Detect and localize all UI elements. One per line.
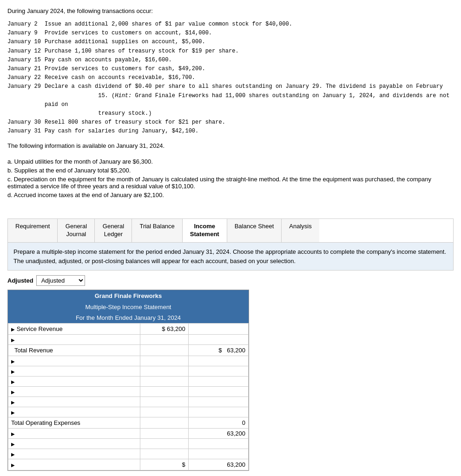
total-revenue-label: Total Revenue bbox=[8, 345, 140, 356]
empty-account-1[interactable]: ▶ bbox=[8, 335, 140, 345]
empty-amount2-1 bbox=[188, 335, 248, 345]
empty-account-10[interactable]: ▶ bbox=[8, 449, 140, 459]
arrow-icon: ▶ bbox=[11, 442, 15, 447]
total-operating-expenses-amount2: 0 bbox=[188, 417, 248, 429]
income-statement-table: ▶ Service Revenue $ 63,200 ▶ Total Reven… bbox=[8, 323, 249, 470]
total-operating-expenses-amount1 bbox=[140, 417, 188, 429]
service-revenue-label: Service Revenue bbox=[17, 325, 63, 332]
empty-account-8[interactable]: ▶ bbox=[8, 429, 140, 439]
table-row: ▶ bbox=[8, 449, 249, 459]
empty-account-5[interactable]: ▶ bbox=[8, 387, 140, 397]
arrow-icon: ▶ bbox=[11, 431, 15, 436]
arrow-icon: ▶ bbox=[11, 452, 15, 457]
total-revenue-amount2: $ 63,200 bbox=[188, 345, 248, 356]
financial-table-wrapper: Grand Finale Fireworks Multiple-Step Inc… bbox=[7, 290, 249, 471]
tab-analysis[interactable]: Analysis bbox=[282, 219, 319, 242]
additional-item-b: b. Supplies at the end of January total … bbox=[7, 167, 454, 174]
final-total-amount: 63,200 bbox=[188, 459, 248, 470]
tab-general-ledger[interactable]: General Ledger bbox=[95, 219, 132, 242]
dropdown-row: Adjusted Unadjusted Adjusted Post-closin… bbox=[7, 275, 454, 286]
empty-account-final[interactable]: ▶ bbox=[8, 459, 140, 470]
intro-title: During January 2024, the following trans… bbox=[7, 7, 454, 14]
table-row: ▶ bbox=[8, 366, 249, 377]
final-dollar-sign: $ bbox=[140, 459, 188, 470]
arrow-icon: ▶ bbox=[11, 369, 15, 374]
arrow-icon: ▶ bbox=[11, 390, 15, 395]
tab-balance-sheet[interactable]: Balance Sheet bbox=[227, 219, 282, 242]
arrow-icon: ▶ bbox=[11, 400, 15, 405]
balance-type-dropdown[interactable]: Unadjusted Adjusted Post-closing bbox=[36, 275, 85, 286]
instructions-text: Prepare a multiple-step income statement… bbox=[13, 248, 446, 264]
table-row: ▶ bbox=[8, 356, 249, 366]
dollar-sign: $ bbox=[162, 325, 165, 332]
dropdown-label: Adjusted bbox=[7, 277, 33, 284]
table-row: ▶ bbox=[8, 407, 249, 417]
additional-item-a: a. Unpaid utilities for the month of Jan… bbox=[7, 158, 454, 165]
table-row: Total Operating Expenses 0 bbox=[8, 417, 249, 429]
arrow-icon: ▶ bbox=[11, 337, 15, 343]
additional-item-d: d. Accrued income taxes at the end of Ja… bbox=[7, 192, 454, 198]
tab-general-journal[interactable]: General Journal bbox=[58, 219, 95, 242]
table-title: Multiple-Step Income Statement bbox=[8, 302, 249, 312]
empty-account-6[interactable]: ▶ bbox=[8, 397, 140, 407]
table-row: ▶ bbox=[8, 439, 249, 449]
additional-info-section: The following information is available o… bbox=[7, 142, 454, 198]
table-row: Total Revenue $ 63,200 bbox=[8, 345, 249, 356]
transactions-list: January 2Issue an additional 2,000 share… bbox=[7, 20, 454, 136]
empty-account-7[interactable]: ▶ bbox=[8, 407, 140, 417]
empty-account-2[interactable]: ▶ bbox=[8, 356, 140, 366]
empty-account-9[interactable]: ▶ bbox=[8, 439, 140, 449]
subtotal-amount: 63,200 bbox=[188, 429, 248, 439]
tabs-container: Requirement General Journal General Ledg… bbox=[7, 218, 454, 243]
arrow-icon: ▶ bbox=[11, 327, 15, 332]
arrow-icon: ▶ bbox=[11, 379, 15, 384]
empty-account-3[interactable]: ▶ bbox=[8, 366, 140, 377]
total-operating-expenses-label: Total Operating Expenses bbox=[8, 417, 140, 429]
tab-income-statement[interactable]: Income Statement bbox=[183, 219, 227, 242]
total-revenue-amount1 bbox=[140, 345, 188, 356]
account-service-revenue: ▶ Service Revenue bbox=[8, 324, 140, 335]
table-row: ▶ bbox=[8, 397, 249, 407]
table-row: ▶ bbox=[8, 377, 249, 387]
arrow-icon: ▶ bbox=[11, 359, 15, 364]
tab-trial-balance[interactable]: Trial Balance bbox=[132, 219, 182, 242]
arrow-icon: ▶ bbox=[11, 463, 15, 468]
table-period: For the Month Ended January 31, 2024 bbox=[8, 312, 249, 323]
table-row: ▶ bbox=[8, 387, 249, 397]
table-row: ▶ Service Revenue $ 63,200 bbox=[8, 324, 249, 335]
additional-info-intro: The following information is available o… bbox=[7, 142, 454, 149]
empty-account-4[interactable]: ▶ bbox=[8, 377, 140, 387]
table-row: ▶ bbox=[8, 335, 249, 345]
tab-requirement[interactable]: Requirement bbox=[8, 219, 58, 242]
empty-amount1-1[interactable] bbox=[140, 335, 188, 345]
table-row: ▶ $ 63,200 bbox=[8, 459, 249, 470]
service-revenue-amount1[interactable]: $ 63,200 bbox=[140, 324, 188, 335]
instructions-box: Prepare a multiple-step income statement… bbox=[7, 243, 454, 271]
table-company-name: Grand Finale Fireworks bbox=[8, 290, 249, 302]
additional-item-c: c. Depreciation on the equipment for the… bbox=[7, 176, 454, 190]
table-row: ▶ 63,200 bbox=[8, 429, 249, 439]
dollar-sign: $ bbox=[218, 347, 222, 354]
arrow-icon: ▶ bbox=[11, 410, 15, 415]
service-revenue-amount2 bbox=[188, 324, 248, 335]
